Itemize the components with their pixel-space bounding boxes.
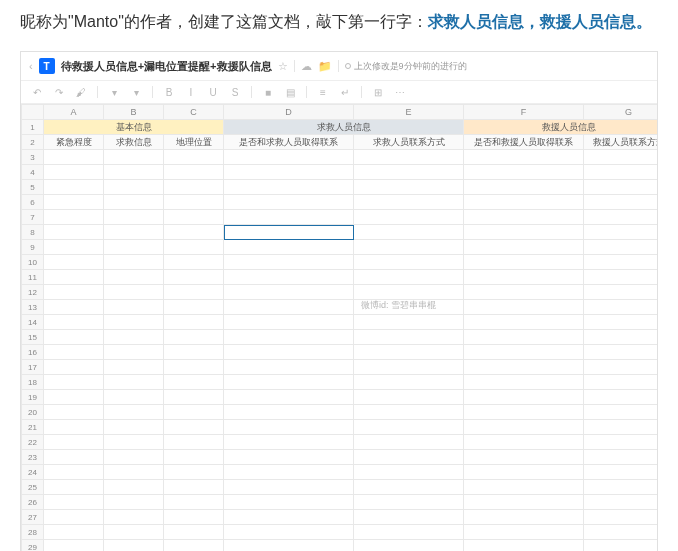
cell[interactable] [164, 390, 224, 405]
cell[interactable] [104, 165, 164, 180]
cell[interactable] [584, 525, 658, 540]
cell-header[interactable]: 地理位置 [164, 135, 224, 150]
cell[interactable] [354, 315, 464, 330]
cell[interactable] [44, 195, 104, 210]
cell[interactable] [44, 450, 104, 465]
row-header[interactable]: 28 [22, 525, 44, 540]
cell[interactable] [104, 240, 164, 255]
cell[interactable] [104, 495, 164, 510]
cell[interactable] [44, 285, 104, 300]
cell[interactable] [464, 465, 584, 480]
cell[interactable] [584, 165, 658, 180]
cell[interactable] [354, 390, 464, 405]
cell[interactable] [354, 435, 464, 450]
cell[interactable] [44, 540, 104, 551]
cell[interactable] [584, 345, 658, 360]
cell[interactable] [164, 255, 224, 270]
cell[interactable] [224, 180, 354, 195]
cloud-icon[interactable]: ☁ [301, 60, 312, 73]
cell[interactable] [464, 510, 584, 525]
cell[interactable] [584, 360, 658, 375]
group-header-rescue[interactable]: 求救人员信息 [224, 120, 464, 135]
row-header[interactable]: 19 [22, 390, 44, 405]
cell[interactable] [164, 435, 224, 450]
col-header[interactable]: D [224, 105, 354, 120]
cell[interactable] [224, 405, 354, 420]
cell[interactable] [464, 420, 584, 435]
cell[interactable] [224, 390, 354, 405]
cell[interactable] [224, 255, 354, 270]
cell[interactable] [464, 165, 584, 180]
cell[interactable] [354, 180, 464, 195]
cell[interactable] [464, 450, 584, 465]
cell[interactable] [44, 150, 104, 165]
cell[interactable] [44, 255, 104, 270]
cell[interactable] [584, 450, 658, 465]
cell[interactable] [164, 180, 224, 195]
document-title[interactable]: 待救援人员信息+漏电位置提醒+救援队信息 [61, 59, 272, 74]
spreadsheet-grid[interactable]: A B C D E F G 1基本信息求救人员信息救援人员信息2紧急程度求救信息… [21, 104, 657, 551]
cell[interactable] [464, 270, 584, 285]
cell-header[interactable]: 求救人员联系方式 [354, 135, 464, 150]
cell[interactable] [164, 495, 224, 510]
cell[interactable] [354, 360, 464, 375]
row-header[interactable]: 7 [22, 210, 44, 225]
cell[interactable] [464, 285, 584, 300]
row-header[interactable]: 17 [22, 360, 44, 375]
cell[interactable] [224, 270, 354, 285]
cell[interactable] [584, 495, 658, 510]
cell[interactable] [584, 225, 658, 240]
cell[interactable] [354, 270, 464, 285]
cell[interactable] [354, 300, 464, 315]
cell[interactable] [164, 225, 224, 240]
row-header[interactable]: 3 [22, 150, 44, 165]
cell[interactable] [44, 210, 104, 225]
cell[interactable] [104, 405, 164, 420]
cell[interactable] [164, 360, 224, 375]
chevron-left-icon[interactable]: ‹ [29, 60, 33, 72]
cell[interactable] [164, 375, 224, 390]
cell[interactable] [164, 465, 224, 480]
cell[interactable] [44, 375, 104, 390]
cell[interactable] [464, 315, 584, 330]
cell[interactable] [44, 240, 104, 255]
cell[interactable] [224, 315, 354, 330]
cell[interactable] [464, 180, 584, 195]
cell[interactable] [354, 165, 464, 180]
cell[interactable] [464, 240, 584, 255]
cell[interactable] [104, 300, 164, 315]
cell[interactable] [224, 150, 354, 165]
folder-icon[interactable]: 📁 [318, 60, 332, 73]
cell[interactable] [584, 270, 658, 285]
cell[interactable] [104, 285, 164, 300]
cell[interactable] [584, 195, 658, 210]
cell[interactable] [104, 315, 164, 330]
row-header[interactable]: 8 [22, 225, 44, 240]
row-header[interactable]: 26 [22, 495, 44, 510]
row-header[interactable]: 2 [22, 135, 44, 150]
wrap-button[interactable]: ↵ [339, 86, 351, 98]
cell[interactable] [104, 420, 164, 435]
cell[interactable] [464, 390, 584, 405]
cell[interactable] [164, 210, 224, 225]
row-header[interactable]: 22 [22, 435, 44, 450]
row-header[interactable]: 6 [22, 195, 44, 210]
row-header[interactable]: 18 [22, 375, 44, 390]
cell[interactable] [104, 195, 164, 210]
cell[interactable] [584, 150, 658, 165]
cell[interactable] [584, 210, 658, 225]
underline-button[interactable]: U [207, 86, 219, 98]
cell[interactable] [164, 450, 224, 465]
cell[interactable] [44, 390, 104, 405]
cell[interactable] [164, 525, 224, 540]
cell[interactable] [224, 420, 354, 435]
cell[interactable] [584, 435, 658, 450]
cell[interactable] [224, 210, 354, 225]
cell[interactable] [464, 255, 584, 270]
cell[interactable] [104, 360, 164, 375]
cell[interactable] [584, 300, 658, 315]
cell[interactable] [44, 420, 104, 435]
strike-button[interactable]: S [229, 86, 241, 98]
col-header[interactable]: A [44, 105, 104, 120]
cell[interactable] [354, 540, 464, 551]
